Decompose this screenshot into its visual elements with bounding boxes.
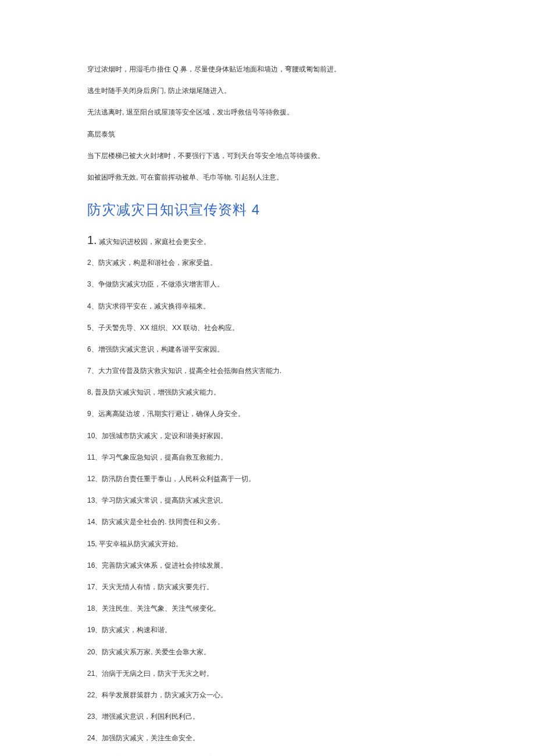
- list-item: 8, 普及防灾减灾知识，增强防灾减灾能力。: [87, 387, 448, 398]
- list-item: 10、加强城市防灾减灾，定设和谐美好家园。: [87, 431, 448, 442]
- list-item: 19、防灾减灾，构速和谐。: [87, 625, 448, 636]
- list-item: 7、大力宣传普及防灾救灾知识，提高全社会抵御自然灾害能力.: [87, 366, 448, 377]
- list-item: 16、完善防灾减灾体系，促进社会持续发展。: [87, 560, 448, 571]
- list-item: 1. 减灾知识进校园，家庭社会更安全。: [87, 234, 448, 247]
- list-item: 18、关注民生、关注气象、关注气候变化。: [87, 603, 448, 614]
- paragraph: 高层泰筑: [87, 129, 448, 140]
- paragraph: 逃生时随手关闭身后房门, 防止浓烟尾随进入。: [87, 85, 448, 96]
- list-item: 4、防灾求得平安在，减灾换得幸福来。: [87, 301, 448, 312]
- item-number-large: 1.: [87, 234, 97, 246]
- list-item: 11、学习气象应急知识，提高自救互救能力。: [87, 452, 448, 463]
- list-item: 15, 平安幸福从防灾减灾开始。: [87, 539, 448, 550]
- list-item: 23、增强减灾意识，利国利民利己。: [87, 711, 448, 722]
- list-item: 6、增强防灾减灾意识，构建各谐平安家园。: [87, 344, 448, 355]
- paragraph: 当下层楼梯已被大火封堵时，不要强行下逃，可到天台等安全地点等待援救。: [87, 151, 448, 162]
- list-item: 22、科学发展群策群力，防灾减灾万众一心。: [87, 690, 448, 701]
- document-content: 穿过浓烟时，用湿毛巾捂住 Q 鼻，尽量使身体贴近地面和墙边，弯腰或匍匐前进。 逃…: [0, 0, 535, 756]
- section-heading: 防灾减灾日知识宣传资料 4: [87, 200, 448, 219]
- list-item: 2、防灾减灾，构是和谐社会，家家受益。: [87, 257, 448, 268]
- list-item: 14、防灾减灾是全社会的. 扶同责任和义务。: [87, 517, 448, 528]
- list-item: 24、加强防灾减灾，关注生命安全。: [87, 733, 448, 744]
- paragraph: 穿过浓烟时，用湿毛巾捂住 Q 鼻，尽量使身体贴近地面和墙边，弯腰或匍匐前进。: [87, 64, 448, 75]
- list-item: 12、防汛防台责任重于泰山，人民科众利益高于一切。: [87, 474, 448, 485]
- paragraph: 无法逃离时, 退至阳台或屋顶等安全区域，发出呼救信号等待救援。: [87, 107, 448, 118]
- list-item: 17、天灾无情人有情，防灾减灾要先行。: [87, 582, 448, 593]
- item-text: 减灾知识进校园，家庭社会更安全。: [97, 238, 211, 246]
- list-item: 5、子天警先导、XX 组织、XX 联动、社会构应。: [87, 323, 448, 334]
- list-item: 9、远离高陡边坡，汛期实行避让，确保人身安全。: [87, 409, 448, 420]
- paragraph: 如被困呼救无效, 可在窗前挥动被单、毛巾等物. 引起别人注意。: [87, 172, 448, 183]
- list-item: 3、争做防灾减灾功臣，不做添灾增害罪人。: [87, 279, 448, 290]
- list-item: 20、防灾减灾系万家, 关爱生会靠大家。: [87, 647, 448, 658]
- list-item: 21、治病于无病之曰，防灾于无灾之时。: [87, 668, 448, 679]
- list-item: 13、学习防灾减灾常识，提高防灾减灾意识。: [87, 495, 448, 506]
